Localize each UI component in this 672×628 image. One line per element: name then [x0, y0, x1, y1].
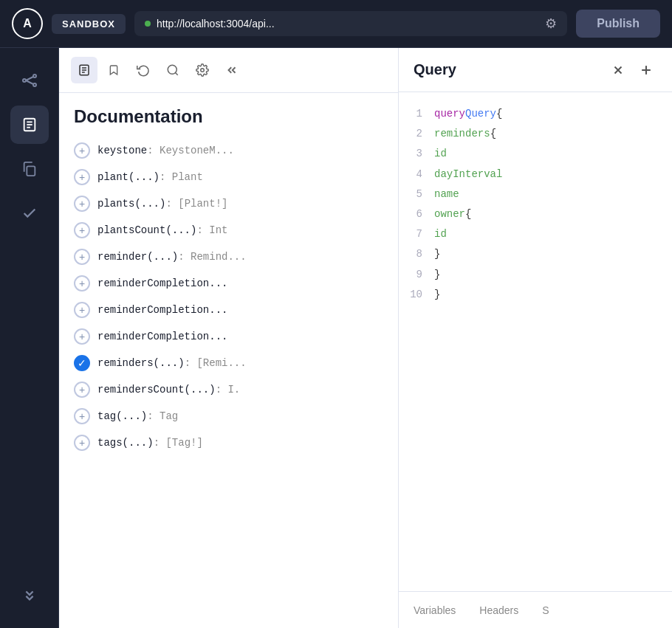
sidebar-docs-btn[interactable]: [10, 106, 49, 144]
doc-list: +keystone: KeystoneM...+plant(...): Plan…: [59, 134, 398, 628]
code-line: 2 reminders {: [399, 124, 672, 144]
add-icon[interactable]: +: [74, 435, 90, 451]
line-number: 1: [399, 105, 434, 123]
query-close-button[interactable]: [607, 59, 629, 81]
publish-button[interactable]: Publish: [576, 10, 660, 38]
settings-icon[interactable]: ⚙: [545, 15, 557, 32]
url-text: http://localhost:3004/api...: [157, 18, 539, 30]
toolbar-docs-btn[interactable]: [71, 57, 97, 83]
doc-list-item[interactable]: +plants(...): [Plant!]: [59, 190, 398, 217]
line-number: 6: [399, 205, 434, 224]
doc-item-text: keystone: KeystoneM...: [97, 145, 234, 156]
url-bar[interactable]: http://localhost:3004/api... ⚙: [134, 11, 567, 36]
doc-list-item[interactable]: +tags(...): [Tag!]: [59, 429, 398, 456]
doc-list-item[interactable]: +remindersCount(...): I.: [59, 376, 398, 403]
topbar: A SANDBOX http://localhost:3004/api... ⚙…: [0, 0, 672, 48]
toolbar-bookmark-btn[interactable]: [100, 57, 127, 83]
toolbar-search-btn[interactable]: [160, 57, 186, 83]
sidebar-copy-btn[interactable]: [10, 150, 49, 188]
doc-list-item[interactable]: +plantsCount(...): Int: [59, 217, 398, 244]
sidebar-graph-btn[interactable]: [10, 61, 49, 100]
doc-list-item[interactable]: ✓reminders(...): [Remi...: [59, 350, 398, 376]
add-icon[interactable]: +: [74, 249, 90, 265]
doc-list-item[interactable]: +reminderCompletion...: [59, 270, 398, 297]
svg-point-16: [201, 69, 205, 72]
code-line: 3 id: [399, 144, 672, 164]
checked-icon[interactable]: ✓: [74, 355, 90, 371]
query-title: Query: [414, 61, 601, 78]
code-punct: {: [496, 105, 502, 123]
footer-tab-headers[interactable]: Headers: [476, 604, 521, 616]
code-field: id: [434, 225, 447, 244]
doc-item-text: reminder(...): Remind...: [97, 251, 247, 263]
doc-list-item[interactable]: +plant(...): Plant: [59, 164, 398, 190]
code-punct: {: [490, 125, 496, 143]
svg-point-2: [33, 83, 36, 86]
code-line: 5 name: [399, 184, 672, 204]
add-icon[interactable]: +: [74, 222, 90, 238]
query-panel: Query 1query Query {2 reminders {3 id4 d…: [399, 48, 672, 628]
code-line: 1query Query {: [399, 104, 672, 124]
add-icon[interactable]: +: [74, 408, 90, 424]
line-number: 10: [399, 286, 434, 304]
doc-item-text: reminders(...): [Remi...: [97, 357, 247, 369]
toolbar-history-btn[interactable]: [130, 57, 157, 83]
line-number: 9: [399, 266, 434, 284]
add-icon[interactable]: +: [74, 275, 90, 291]
doc-list-item[interactable]: +reminderCompletion...: [59, 323, 398, 350]
doc-item-text: reminderCompletion...: [97, 277, 227, 289]
doc-item-text: tag(...): Tag: [97, 410, 178, 422]
sandbox-label: SANDBOX: [52, 14, 126, 34]
doc-item-text: plantsCount(...): Int: [97, 224, 227, 236]
doc-item-text: plant(...): Plant: [97, 171, 203, 183]
add-icon[interactable]: +: [74, 328, 90, 345]
svg-line-3: [26, 77, 33, 80]
line-number: 5: [399, 185, 434, 204]
line-number: 8: [399, 245, 434, 263]
add-icon[interactable]: +: [74, 142, 90, 159]
svg-point-14: [168, 65, 176, 74]
doc-toolbar: [59, 48, 398, 93]
add-icon[interactable]: +: [74, 302, 90, 318]
sidebar-check-btn[interactable]: [10, 194, 49, 232]
code-punct: }: [434, 266, 440, 284]
code-field: dayInterval: [434, 165, 502, 184]
doc-list-item[interactable]: +tag(...): Tag: [59, 403, 398, 429]
line-number: 4: [399, 165, 434, 184]
query-add-button[interactable]: [635, 59, 657, 81]
doc-item-text: remindersCount(...): I.: [97, 384, 240, 396]
code-punct: }: [434, 286, 440, 304]
toolbar-collapse-btn[interactable]: [219, 57, 245, 83]
doc-panel: Documentation +keystone: KeystoneM...+pl…: [59, 48, 399, 628]
svg-line-15: [175, 72, 177, 75]
doc-item-text: plants(...): [Plant!]: [97, 198, 227, 210]
icon-sidebar: [0, 48, 59, 628]
doc-list-item[interactable]: +keystone: KeystoneM...: [59, 137, 398, 164]
sidebar-bottom: [10, 576, 49, 615]
svg-rect-9: [27, 166, 35, 176]
doc-list-item[interactable]: +reminderCompletion...: [59, 297, 398, 323]
code-punct: {: [465, 205, 471, 224]
add-icon[interactable]: +: [74, 169, 90, 185]
code-field: owner: [434, 205, 465, 224]
doc-list-item[interactable]: +reminder(...): Remind...: [59, 244, 398, 270]
add-icon[interactable]: +: [74, 196, 90, 212]
code-field: id: [434, 145, 447, 163]
doc-title: Documentation: [59, 93, 398, 134]
svg-line-4: [26, 80, 33, 84]
query-header: Query: [399, 48, 672, 92]
code-line: 7 id: [399, 224, 672, 244]
footer-tab-s[interactable]: S: [539, 604, 552, 616]
code-line: 6 owner {: [399, 204, 672, 224]
add-icon[interactable]: +: [74, 382, 90, 398]
footer-tab-variables[interactable]: Variables: [411, 604, 459, 616]
sidebar-expand-btn[interactable]: [10, 576, 49, 615]
query-code-area[interactable]: 1query Query {2 reminders {3 id4 dayInte…: [399, 92, 672, 591]
app-logo: A: [12, 8, 43, 39]
svg-point-0: [23, 79, 26, 82]
toolbar-settings-btn[interactable]: [189, 57, 216, 83]
line-number: 3: [399, 145, 434, 163]
code-field: name: [434, 185, 459, 204]
code-line: 10 }: [399, 285, 672, 305]
main-layout: Documentation +keystone: KeystoneM...+pl…: [0, 48, 672, 628]
